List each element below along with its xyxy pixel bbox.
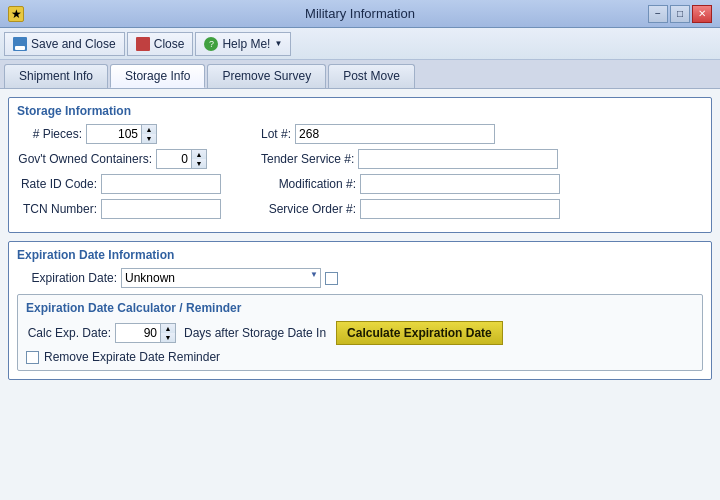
- calc-days-spinner: ▲ ▼: [115, 323, 176, 343]
- tab-storage-info[interactable]: Storage Info: [110, 64, 205, 88]
- calc-days-input[interactable]: [115, 323, 160, 343]
- lot-input[interactable]: [295, 124, 495, 144]
- rate-mod-row: Rate ID Code: Modification #:: [17, 174, 703, 194]
- days-after-label: Days after Storage Date In: [184, 326, 326, 340]
- calc-reminder-section: Expiration Date Calculator / Reminder Ca…: [17, 294, 703, 371]
- tcn-input[interactable]: [101, 199, 221, 219]
- calc-days-increment[interactable]: ▲: [161, 324, 175, 333]
- gov-containers-input[interactable]: [156, 149, 191, 169]
- expiration-date-section: Expiration Date Information Expiration D…: [8, 241, 712, 380]
- window-controls: − □ ✕: [648, 5, 712, 23]
- calc-exp-label: Calc Exp. Date:: [26, 326, 111, 340]
- close-icon: [136, 37, 150, 51]
- help-icon: ?: [204, 37, 218, 51]
- service-order-input[interactable]: [360, 199, 560, 219]
- pieces-spinner-buttons: ▲ ▼: [141, 124, 157, 144]
- title-bar-left: ★: [8, 6, 24, 22]
- expiration-date-select[interactable]: Unknown On File Not Applicable: [121, 268, 321, 288]
- pieces-label: # Pieces:: [17, 127, 82, 141]
- close-button[interactable]: Close: [127, 32, 194, 56]
- calc-days-spinner-buttons: ▲ ▼: [160, 323, 176, 343]
- main-content: Storage Information # Pieces: ▲ ▼ Lot #:: [0, 89, 720, 500]
- calculate-expiration-button[interactable]: Calculate Expiration Date: [336, 321, 503, 345]
- remove-reminder-row: Remove Expirate Date Reminder: [26, 350, 694, 364]
- rate-input[interactable]: [101, 174, 221, 194]
- service-order-label: Service Order #:: [261, 202, 356, 216]
- pieces-input[interactable]: [86, 124, 141, 144]
- calc-row: Calc Exp. Date: ▲ ▼ Days after Storage D…: [26, 321, 694, 345]
- modification-input[interactable]: [360, 174, 560, 194]
- pieces-decrement[interactable]: ▼: [142, 134, 156, 143]
- tab-shipment-info[interactable]: Shipment Info: [4, 64, 108, 88]
- gov-containers-label: Gov't Owned Containers:: [17, 152, 152, 166]
- pieces-spinner: ▲ ▼: [86, 124, 157, 144]
- tender-service-label: Tender Service #:: [261, 152, 354, 166]
- gov-increment[interactable]: ▲: [192, 150, 206, 159]
- calc-section-title: Expiration Date Calculator / Reminder: [26, 301, 694, 315]
- save-close-button[interactable]: Save and Close: [4, 32, 125, 56]
- gov-decrement[interactable]: ▼: [192, 159, 206, 168]
- expiration-date-row: Expiration Date: Unknown On File Not App…: [17, 268, 703, 288]
- gov-tender-row: Gov't Owned Containers: ▲ ▼ Tender Servi…: [17, 149, 703, 169]
- toolbar: Save and Close Close ? Help Me! ▼: [0, 28, 720, 60]
- calc-days-decrement[interactable]: ▼: [161, 333, 175, 342]
- restore-button[interactable]: □: [670, 5, 690, 23]
- tender-service-input[interactable]: [358, 149, 558, 169]
- storage-section-title: Storage Information: [17, 104, 703, 118]
- help-button[interactable]: ? Help Me! ▼: [195, 32, 291, 56]
- remove-reminder-checkbox[interactable]: [26, 351, 39, 364]
- pieces-lot-row: # Pieces: ▲ ▼ Lot #:: [17, 124, 703, 144]
- app-icon: ★: [8, 6, 24, 22]
- expiration-checkbox[interactable]: [325, 272, 338, 285]
- gov-spinner-buttons: ▲ ▼: [191, 149, 207, 169]
- tcn-label: TCN Number:: [17, 202, 97, 216]
- expiration-section-title: Expiration Date Information: [17, 248, 703, 262]
- remove-reminder-label: Remove Expirate Date Reminder: [44, 350, 220, 364]
- tab-premove-survey[interactable]: Premove Survey: [207, 64, 326, 88]
- gov-spinner: ▲ ▼: [156, 149, 207, 169]
- tcn-service-row: TCN Number: Service Order #:: [17, 199, 703, 219]
- lot-label: Lot #:: [261, 127, 291, 141]
- tab-post-move[interactable]: Post Move: [328, 64, 415, 88]
- expiration-select-wrapper: Unknown On File Not Applicable: [121, 268, 321, 288]
- rate-label: Rate ID Code:: [17, 177, 97, 191]
- pieces-increment[interactable]: ▲: [142, 125, 156, 134]
- expiration-dropdown-wrapper: Unknown On File Not Applicable: [121, 268, 338, 288]
- save-icon: [13, 37, 27, 51]
- modification-label: Modification #:: [261, 177, 356, 191]
- close-window-button[interactable]: ✕: [692, 5, 712, 23]
- title-bar: ★ Military Information − □ ✕: [0, 0, 720, 28]
- tab-bar: Shipment Info Storage Info Premove Surve…: [0, 60, 720, 89]
- expiration-date-label: Expiration Date:: [17, 271, 117, 285]
- window-title: Military Information: [0, 6, 720, 21]
- storage-information-section: Storage Information # Pieces: ▲ ▼ Lot #:: [8, 97, 712, 233]
- minimize-button[interactable]: −: [648, 5, 668, 23]
